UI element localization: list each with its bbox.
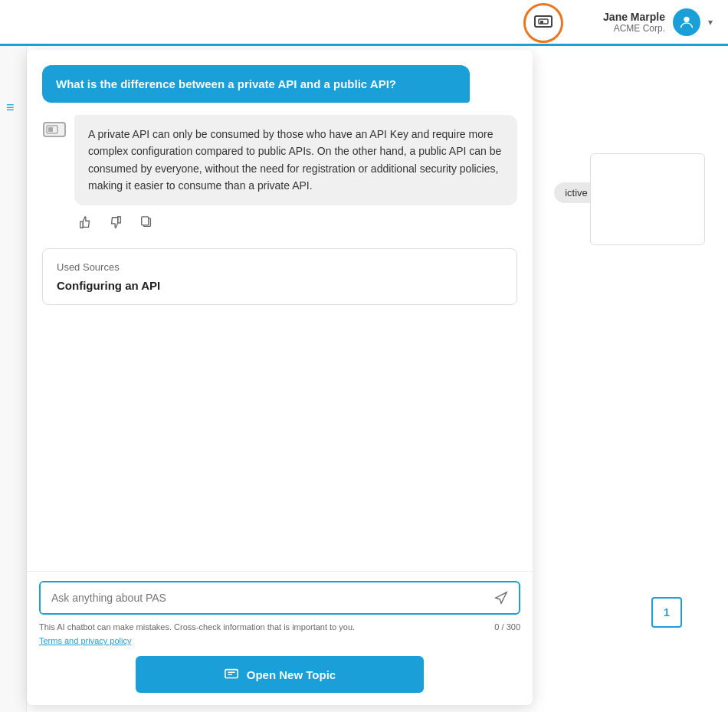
thumbs-up-icon[interactable] <box>74 212 96 233</box>
svg-rect-2 <box>540 21 543 24</box>
open-new-topic-label: Open New Topic <box>247 668 336 681</box>
bot-message-container: A private API can only be consumed by th… <box>42 115 517 205</box>
top-navbar: Jane Marple ACME Corp. ▾ <box>0 0 728 46</box>
user-message: What is the difference between a private… <box>42 65 470 103</box>
svg-rect-7 <box>80 221 84 228</box>
sources-box: Used Sources Configuring an API <box>42 248 517 305</box>
chat-bottom: This AI chatbot can make mistakes. Cross… <box>27 571 533 706</box>
chatbot-nav-icon[interactable] <box>523 3 563 43</box>
open-new-topic-button[interactable]: Open New Topic <box>136 656 425 693</box>
copy-icon[interactable] <box>136 212 157 233</box>
svg-rect-10 <box>142 216 149 225</box>
user-section: Jane Marple ACME Corp. ▾ <box>603 8 713 36</box>
left-nav-strip: ≡ <box>0 46 27 712</box>
thumbs-down-icon[interactable] <box>105 212 126 233</box>
bot-message: A private API can only be consumed by th… <box>74 115 517 205</box>
chat-input[interactable] <box>41 582 484 613</box>
list-icon: ≡ <box>6 100 15 116</box>
sources-label: Used Sources <box>57 261 503 273</box>
svg-rect-11 <box>225 670 238 678</box>
svg-rect-8 <box>118 216 121 222</box>
user-name: Jane Marple <box>603 11 665 23</box>
user-dropdown-arrow[interactable]: ▾ <box>708 17 713 28</box>
terms-link[interactable]: Terms and privacy policy <box>39 636 520 645</box>
user-info: Jane Marple ACME Corp. <box>603 11 665 34</box>
chat-disclaimer: This AI chatbot can make mistakes. Cross… <box>39 621 520 634</box>
bot-icon <box>42 118 67 143</box>
disclaimer-text: This AI chatbot can make mistakes. Cross… <box>39 621 355 634</box>
send-button[interactable] <box>484 583 519 612</box>
char-count: 0 / 300 <box>494 621 520 634</box>
user-company: ACME Corp. <box>603 23 665 34</box>
pagination-icon: 1 <box>651 597 682 628</box>
sources-item: Configuring an API <box>57 279 503 292</box>
user-avatar[interactable] <box>673 8 700 36</box>
chat-panel: What is the difference between a private… <box>27 50 533 705</box>
chat-messages: What is the difference between a private… <box>27 50 533 571</box>
svg-point-3 <box>684 16 689 21</box>
chat-input-row <box>39 581 520 615</box>
svg-rect-6 <box>48 127 53 132</box>
bg-right-box <box>590 153 705 245</box>
feedback-row <box>74 212 517 233</box>
